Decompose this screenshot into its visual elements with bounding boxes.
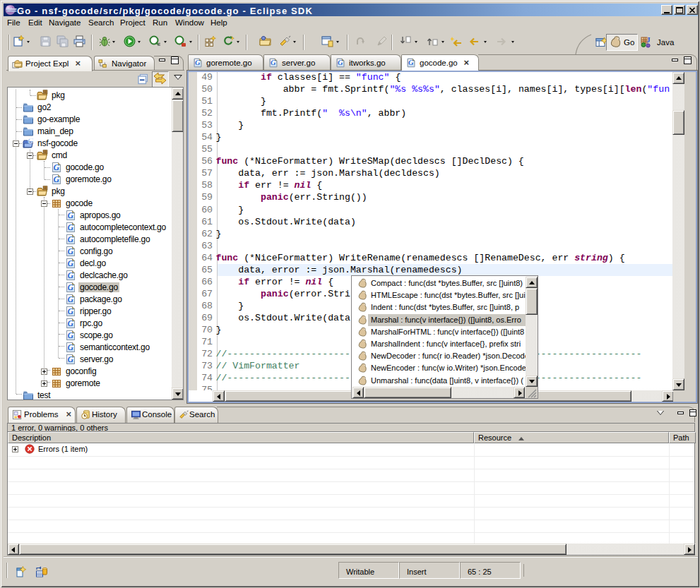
svg-text:J: J [647, 36, 651, 44]
